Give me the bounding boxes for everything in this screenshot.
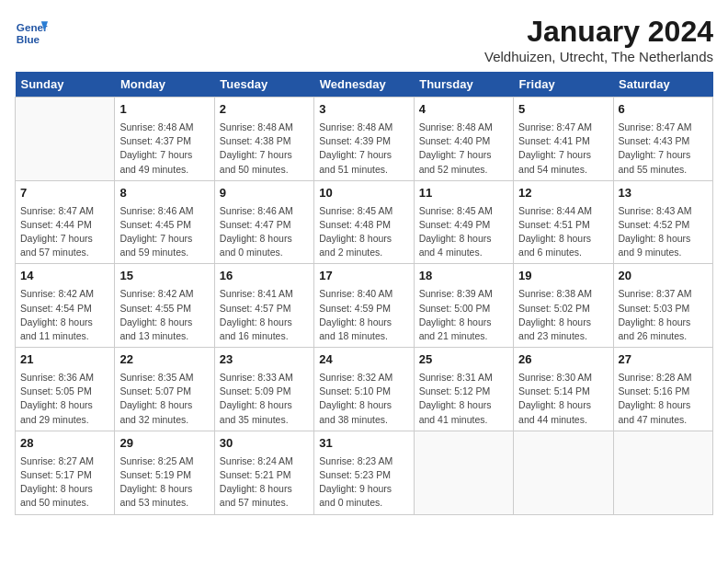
day-cell: 24Sunrise: 8:32 AMSunset: 5:10 PMDayligh…	[314, 348, 414, 431]
day-detail: Sunrise: 8:41 AMSunset: 4:57 PMDaylight:…	[220, 287, 309, 343]
day-number: 25	[419, 351, 508, 369]
day-number: 3	[319, 101, 408, 119]
logo-icon: General Blue	[15, 15, 48, 48]
week-row-1: 7Sunrise: 8:47 AMSunset: 4:44 PMDaylight…	[16, 180, 713, 264]
day-cell: 9Sunrise: 8:46 AMSunset: 4:47 PMDaylight…	[214, 180, 313, 264]
title-block: January 2024 Veldhuizen, Utrecht, The Ne…	[484, 15, 713, 64]
day-cell	[414, 431, 513, 514]
day-number: 5	[518, 101, 608, 119]
day-cell: 4Sunrise: 8:48 AMSunset: 4:40 PMDaylight…	[414, 98, 513, 181]
header-day-monday: Monday	[115, 72, 214, 98]
day-number: 28	[20, 435, 109, 453]
day-number: 4	[419, 101, 508, 119]
week-row-0: 1Sunrise: 8:48 AMSunset: 4:37 PMDaylight…	[16, 98, 713, 181]
day-detail: Sunrise: 8:47 AMSunset: 4:43 PMDaylight:…	[619, 121, 708, 177]
day-number: 8	[119, 185, 209, 202]
header-day-saturday: Saturday	[613, 72, 712, 98]
page-header: General Blue January 2024 Veldhuizen, Ut…	[15, 15, 713, 64]
header-day-friday: Friday	[514, 72, 613, 98]
day-detail: Sunrise: 8:25 AMSunset: 5:19 PMDaylight:…	[119, 454, 209, 511]
header-day-tuesday: Tuesday	[214, 72, 313, 98]
header-day-thursday: Thursday	[414, 72, 513, 98]
day-cell: 10Sunrise: 8:45 AMSunset: 4:48 PMDayligh…	[314, 180, 414, 264]
day-detail: Sunrise: 8:42 AMSunset: 4:55 PMDaylight:…	[119, 287, 209, 343]
day-number: 24	[319, 351, 408, 369]
day-number: 22	[119, 351, 209, 369]
day-number: 16	[220, 268, 309, 285]
day-detail: Sunrise: 8:40 AMSunset: 4:59 PMDaylight:…	[319, 287, 408, 343]
day-cell: 12Sunrise: 8:44 AMSunset: 4:51 PMDayligh…	[514, 180, 613, 264]
day-number: 14	[20, 268, 109, 285]
day-detail: Sunrise: 8:31 AMSunset: 5:12 PMDaylight:…	[419, 371, 508, 427]
calendar-table: SundayMondayTuesdayWednesdayThursdayFrid…	[15, 72, 713, 515]
day-cell: 11Sunrise: 8:45 AMSunset: 4:49 PMDayligh…	[414, 180, 513, 264]
week-row-4: 28Sunrise: 8:27 AMSunset: 5:17 PMDayligh…	[16, 431, 713, 514]
day-detail: Sunrise: 8:48 AMSunset: 4:38 PMDaylight:…	[220, 121, 309, 177]
day-cell: 27Sunrise: 8:28 AMSunset: 5:16 PMDayligh…	[613, 348, 712, 431]
day-cell	[613, 431, 712, 514]
day-detail: Sunrise: 8:48 AMSunset: 4:37 PMDaylight:…	[119, 121, 209, 177]
day-cell: 15Sunrise: 8:42 AMSunset: 4:55 PMDayligh…	[115, 264, 214, 348]
day-detail: Sunrise: 8:47 AMSunset: 4:44 PMDaylight:…	[20, 204, 109, 260]
day-cell: 28Sunrise: 8:27 AMSunset: 5:17 PMDayligh…	[16, 431, 115, 514]
day-number: 19	[518, 268, 608, 285]
day-cell: 26Sunrise: 8:30 AMSunset: 5:14 PMDayligh…	[514, 348, 613, 431]
day-number: 18	[419, 268, 508, 285]
day-number: 23	[220, 351, 309, 369]
logo: General Blue	[15, 15, 48, 48]
day-number: 12	[518, 185, 608, 202]
day-cell: 8Sunrise: 8:46 AMSunset: 4:45 PMDaylight…	[115, 180, 214, 264]
day-number: 15	[119, 268, 209, 285]
day-detail: Sunrise: 8:42 AMSunset: 4:54 PMDaylight:…	[20, 287, 109, 343]
day-number: 30	[220, 435, 309, 453]
day-detail: Sunrise: 8:48 AMSunset: 4:39 PMDaylight:…	[319, 121, 408, 177]
day-cell: 13Sunrise: 8:43 AMSunset: 4:52 PMDayligh…	[613, 180, 712, 264]
day-cell: 16Sunrise: 8:41 AMSunset: 4:57 PMDayligh…	[214, 264, 313, 348]
day-cell: 3Sunrise: 8:48 AMSunset: 4:39 PMDaylight…	[314, 98, 414, 181]
day-cell: 5Sunrise: 8:47 AMSunset: 4:41 PMDaylight…	[514, 98, 613, 181]
day-detail: Sunrise: 8:39 AMSunset: 5:00 PMDaylight:…	[419, 287, 508, 343]
day-detail: Sunrise: 8:43 AMSunset: 4:52 PMDaylight:…	[619, 204, 708, 260]
day-detail: Sunrise: 8:46 AMSunset: 4:45 PMDaylight:…	[119, 204, 209, 260]
day-cell: 20Sunrise: 8:37 AMSunset: 5:03 PMDayligh…	[613, 264, 712, 348]
day-cell: 31Sunrise: 8:23 AMSunset: 5:23 PMDayligh…	[314, 431, 414, 514]
day-cell: 17Sunrise: 8:40 AMSunset: 4:59 PMDayligh…	[314, 264, 414, 348]
day-detail: Sunrise: 8:46 AMSunset: 4:47 PMDaylight:…	[220, 204, 309, 260]
day-detail: Sunrise: 8:30 AMSunset: 5:14 PMDaylight:…	[518, 371, 608, 427]
day-number: 31	[319, 435, 408, 453]
day-detail: Sunrise: 8:28 AMSunset: 5:16 PMDaylight:…	[619, 371, 708, 427]
day-number: 26	[518, 351, 608, 369]
header-day-wednesday: Wednesday	[314, 72, 414, 98]
day-number: 20	[619, 268, 708, 285]
day-number: 9	[220, 185, 309, 202]
day-number: 10	[319, 185, 408, 202]
week-row-2: 14Sunrise: 8:42 AMSunset: 4:54 PMDayligh…	[16, 264, 713, 348]
day-number: 29	[119, 435, 209, 453]
day-detail: Sunrise: 8:45 AMSunset: 4:48 PMDaylight:…	[319, 204, 408, 260]
day-cell: 25Sunrise: 8:31 AMSunset: 5:12 PMDayligh…	[414, 348, 513, 431]
day-cell	[514, 431, 613, 514]
day-cell: 23Sunrise: 8:33 AMSunset: 5:09 PMDayligh…	[214, 348, 313, 431]
week-row-3: 21Sunrise: 8:36 AMSunset: 5:05 PMDayligh…	[16, 348, 713, 431]
day-number: 7	[20, 185, 109, 202]
calendar-subtitle: Veldhuizen, Utrecht, The Netherlands	[484, 49, 713, 64]
day-cell: 1Sunrise: 8:48 AMSunset: 4:37 PMDaylight…	[115, 98, 214, 181]
calendar-title: January 2024	[484, 15, 713, 49]
day-cell: 7Sunrise: 8:47 AMSunset: 4:44 PMDaylight…	[16, 180, 115, 264]
day-detail: Sunrise: 8:36 AMSunset: 5:05 PMDaylight:…	[20, 371, 109, 427]
day-detail: Sunrise: 8:47 AMSunset: 4:41 PMDaylight:…	[518, 121, 608, 177]
day-number: 6	[619, 101, 708, 119]
day-cell: 19Sunrise: 8:38 AMSunset: 5:02 PMDayligh…	[514, 264, 613, 348]
day-cell	[16, 98, 115, 181]
day-detail: Sunrise: 8:23 AMSunset: 5:23 PMDaylight:…	[319, 454, 408, 511]
day-number: 27	[619, 351, 708, 369]
day-detail: Sunrise: 8:48 AMSunset: 4:40 PMDaylight:…	[419, 121, 508, 177]
day-detail: Sunrise: 8:24 AMSunset: 5:21 PMDaylight:…	[220, 454, 309, 511]
day-detail: Sunrise: 8:32 AMSunset: 5:10 PMDaylight:…	[319, 371, 408, 427]
day-cell: 29Sunrise: 8:25 AMSunset: 5:19 PMDayligh…	[115, 431, 214, 514]
day-cell: 14Sunrise: 8:42 AMSunset: 4:54 PMDayligh…	[16, 264, 115, 348]
day-cell: 30Sunrise: 8:24 AMSunset: 5:21 PMDayligh…	[214, 431, 313, 514]
day-detail: Sunrise: 8:35 AMSunset: 5:07 PMDaylight:…	[119, 371, 209, 427]
day-number: 21	[20, 351, 109, 369]
day-detail: Sunrise: 8:44 AMSunset: 4:51 PMDaylight:…	[518, 204, 608, 260]
